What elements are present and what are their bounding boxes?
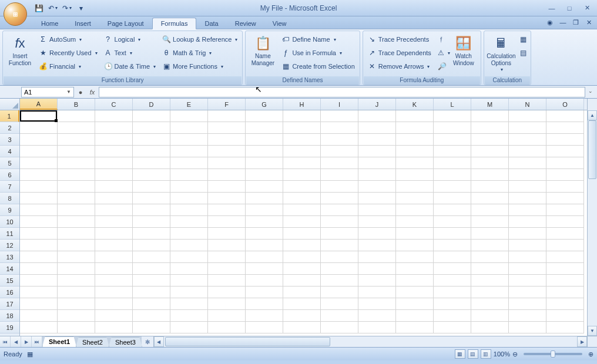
- cell[interactable]: [471, 181, 509, 193]
- hscroll-track[interactable]: [164, 336, 577, 347]
- first-sheet-button[interactable]: ⏮: [0, 336, 11, 347]
- cell[interactable]: [321, 275, 358, 287]
- row-header-12[interactable]: 12: [0, 240, 19, 251]
- cell[interactable]: [170, 134, 208, 146]
- column-header-C[interactable]: C: [95, 99, 133, 110]
- cell[interactable]: [471, 110, 509, 122]
- cell[interactable]: [170, 181, 208, 193]
- cell[interactable]: [246, 263, 283, 275]
- cell[interactable]: [471, 275, 509, 287]
- date-time-button[interactable]: 🕒Date & Time: [102, 60, 159, 73]
- row-header-11[interactable]: 11: [0, 228, 19, 240]
- cell[interactable]: [58, 110, 95, 122]
- column-header-H[interactable]: H: [283, 99, 321, 110]
- cell[interactable]: [208, 275, 246, 287]
- save-button[interactable]: 💾: [33, 2, 45, 14]
- cell[interactable]: [283, 251, 321, 263]
- cell[interactable]: [20, 287, 58, 298]
- cell[interactable]: [246, 204, 283, 216]
- page-break-view-button[interactable]: ▥: [481, 349, 491, 359]
- cell[interactable]: [133, 310, 170, 322]
- cell[interactable]: [170, 228, 208, 240]
- cell[interactable]: [20, 263, 58, 275]
- vscroll-track[interactable]: [588, 120, 597, 326]
- cell[interactable]: [170, 146, 208, 157]
- cell[interactable]: [509, 122, 546, 134]
- vscroll-thumb[interactable]: [588, 120, 596, 179]
- row-header-3[interactable]: 3: [0, 134, 19, 146]
- row-header-4[interactable]: 4: [0, 146, 19, 157]
- cell[interactable]: [20, 310, 58, 322]
- cell[interactable]: [283, 204, 321, 216]
- qat-customize[interactable]: ▾: [75, 2, 87, 14]
- column-header-B[interactable]: B: [58, 99, 95, 110]
- row-header-2[interactable]: 2: [0, 122, 19, 134]
- cell[interactable]: [358, 228, 396, 240]
- cell[interactable]: [396, 169, 434, 181]
- tab-view[interactable]: View: [264, 18, 295, 29]
- column-header-N[interactable]: N: [509, 99, 546, 110]
- cell[interactable]: [396, 275, 434, 287]
- remove-arrows-button[interactable]: ✕Remove Arrows: [365, 60, 434, 73]
- cell[interactable]: [208, 193, 246, 204]
- cell[interactable]: [509, 181, 546, 193]
- cell[interactable]: [246, 322, 283, 333]
- normal-view-button[interactable]: ▦: [455, 349, 465, 359]
- cell[interactable]: [321, 310, 358, 322]
- cell[interactable]: [434, 169, 471, 181]
- cell[interactable]: [170, 240, 208, 251]
- cell[interactable]: [358, 169, 396, 181]
- cell[interactable]: [208, 204, 246, 216]
- cell[interactable]: [246, 110, 283, 122]
- cell[interactable]: [509, 298, 546, 310]
- cell[interactable]: [546, 169, 584, 181]
- cell[interactable]: [471, 146, 509, 157]
- cell[interactable]: [208, 122, 246, 134]
- cell[interactable]: [246, 134, 283, 146]
- use-in-formula-button[interactable]: ƒUse in Formula: [279, 46, 357, 59]
- cell[interactable]: [58, 310, 95, 322]
- cell[interactable]: [95, 146, 133, 157]
- cell[interactable]: [321, 204, 358, 216]
- cell[interactable]: [95, 322, 133, 333]
- cell[interactable]: [20, 157, 58, 169]
- close-button[interactable]: ✕: [581, 4, 593, 13]
- cell[interactable]: [396, 240, 434, 251]
- cell[interactable]: [546, 275, 584, 287]
- cell[interactable]: [95, 181, 133, 193]
- cell[interactable]: [471, 287, 509, 298]
- cell[interactable]: [95, 228, 133, 240]
- restore-window-button[interactable]: ❐: [571, 18, 581, 27]
- cancel-formula-button[interactable]: ●: [75, 87, 86, 97]
- column-header-A[interactable]: A: [20, 99, 58, 110]
- cell[interactable]: [471, 193, 509, 204]
- cell[interactable]: [358, 240, 396, 251]
- column-header-I[interactable]: I: [321, 99, 358, 110]
- column-header-J[interactable]: J: [358, 99, 396, 110]
- cell[interactable]: [283, 322, 321, 333]
- tab-review[interactable]: Review: [227, 18, 264, 29]
- tab-insert[interactable]: Insert: [66, 18, 99, 29]
- cell[interactable]: [546, 310, 584, 322]
- cell[interactable]: [58, 181, 95, 193]
- cell[interactable]: [509, 216, 546, 228]
- cell[interactable]: [20, 193, 58, 204]
- cell[interactable]: [95, 310, 133, 322]
- error-checking-button[interactable]: ⚠: [435, 46, 447, 59]
- cell[interactable]: [20, 216, 58, 228]
- cell[interactable]: [396, 310, 434, 322]
- show-formulas-button[interactable]: 𝔣: [435, 33, 447, 46]
- cell[interactable]: [509, 134, 546, 146]
- cell[interactable]: [509, 240, 546, 251]
- cell[interactable]: [20, 169, 58, 181]
- cell[interactable]: [358, 322, 396, 333]
- cell[interactable]: [170, 193, 208, 204]
- cell[interactable]: [321, 134, 358, 146]
- cell[interactable]: [133, 110, 170, 122]
- help-button[interactable]: ◉: [545, 18, 555, 27]
- cell[interactable]: [509, 310, 546, 322]
- name-box[interactable]: A1▼: [21, 87, 74, 97]
- cell[interactable]: [95, 298, 133, 310]
- cell[interactable]: [471, 298, 509, 310]
- cell[interactable]: [321, 298, 358, 310]
